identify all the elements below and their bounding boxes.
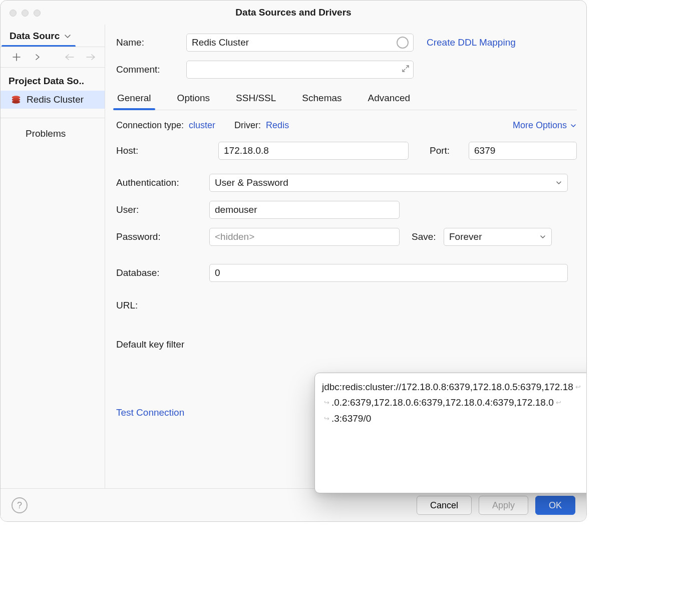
default-key-filter-row: Default key filter	[116, 339, 577, 350]
sidebar-item-label: Redis Cluster	[27, 94, 84, 105]
sidebar-tab-label: Data Sourc	[10, 31, 60, 42]
sidebar-tab-data-sources[interactable]: Data Sourc	[2, 26, 76, 47]
chevron-down-icon	[64, 32, 72, 40]
more-options-label: More Options	[513, 120, 567, 131]
host-port-row: Host: Port:	[116, 142, 577, 160]
save-select[interactable]: Forever	[444, 228, 552, 246]
soft-wrap-icon: ↪	[324, 413, 329, 424]
authentication-label: Authentication:	[116, 177, 209, 188]
tab-options[interactable]: Options	[176, 93, 211, 110]
database-label: Database:	[116, 267, 209, 278]
connection-type-value[interactable]: cluster	[189, 120, 215, 131]
main-content: Data Sourc Project Data So	[1, 25, 586, 489]
name-row: Name: Create DDL Mapping	[116, 34, 577, 52]
tab-schemas[interactable]: Schemas	[301, 93, 342, 110]
sidebar: Data Sourc Project Data So	[1, 25, 105, 488]
host-input[interactable]	[218, 142, 409, 160]
driver-value[interactable]: Redis	[266, 120, 289, 131]
titlebar: Data Sources and Drivers	[1, 1, 586, 25]
window-title: Data Sources and Drivers	[235, 7, 351, 18]
driver-label: Driver:	[234, 120, 261, 131]
more-options-link[interactable]: More Options	[513, 120, 577, 131]
url-popup[interactable]: jdbc:redis:cluster://172.18.0.8:6379,172…	[314, 373, 587, 493]
comment-row: Comment:	[116, 61, 577, 79]
database-input[interactable]	[209, 264, 568, 282]
sidebar-tabs: Data Sourc	[1, 25, 105, 47]
chevron-down-icon	[555, 179, 562, 186]
authentication-select[interactable]: User & Password	[209, 174, 568, 192]
svg-point-2	[12, 100, 21, 103]
name-label: Name:	[116, 37, 186, 48]
sidebar-item-problems[interactable]: Problems	[1, 118, 105, 143]
forward-chevron-icon[interactable]	[33, 52, 43, 62]
sidebar-section-label: Project Data So..	[1, 68, 105, 91]
authentication-value: User & Password	[215, 177, 288, 188]
soft-wrap-icon: ↩	[575, 382, 581, 392]
test-connection-link[interactable]: Test Connection	[116, 407, 184, 418]
connection-type-label: Connection type:	[116, 120, 184, 131]
connection-meta-row: Connection type: cluster Driver: Redis M…	[116, 120, 577, 131]
user-label: User:	[116, 204, 209, 215]
save-value: Forever	[449, 231, 482, 242]
dialog-footer: ? Cancel Apply OK	[1, 489, 586, 522]
window-controls	[10, 10, 41, 17]
color-picker-button[interactable]	[397, 37, 409, 49]
tab-advanced[interactable]: Advanced	[367, 93, 412, 110]
name-input[interactable]	[186, 34, 414, 52]
url-text-line2: .0.2:6379,172.18.0.6:6379,172.18.0.4:637…	[331, 395, 554, 410]
expand-icon[interactable]	[402, 64, 410, 75]
tabs-bar: General Options SSH/SSL Schemas Advanced	[116, 93, 577, 110]
default-key-filter-label: Default key filter	[116, 339, 209, 350]
sidebar-toolbar	[1, 47, 105, 68]
tab-general[interactable]: General	[116, 93, 152, 110]
url-label: URL:	[116, 300, 209, 311]
soft-wrap-icon: ↪	[324, 397, 329, 408]
user-input[interactable]	[209, 201, 400, 219]
url-text-line3: .3:6379/0	[331, 411, 371, 426]
url-text-line1: jdbc:redis:cluster://172.18.0.8:6379,172…	[322, 379, 573, 395]
authentication-row: Authentication: User & Password	[116, 174, 577, 192]
comment-label: Comment:	[116, 64, 186, 75]
close-window-button[interactable]	[10, 10, 17, 17]
comment-input[interactable]	[186, 61, 414, 79]
password-label: Password:	[116, 231, 209, 242]
ok-button[interactable]: OK	[535, 496, 575, 515]
password-row: Password: Save: Forever	[116, 228, 577, 246]
apply-button[interactable]: Apply	[479, 496, 528, 515]
redis-icon	[11, 94, 22, 105]
url-row: URL:	[116, 300, 577, 311]
maximize-window-button[interactable]	[34, 10, 41, 17]
create-ddl-mapping-link[interactable]: Create DDL Mapping	[427, 37, 516, 48]
soft-wrap-icon: ↩	[556, 397, 561, 408]
content-panel: Name: Create DDL Mapping Comment: Genera…	[105, 25, 587, 488]
save-label: Save:	[412, 231, 444, 242]
minimize-window-button[interactable]	[22, 10, 29, 17]
user-row: User:	[116, 201, 577, 219]
database-row: Database:	[116, 264, 577, 282]
help-button[interactable]: ?	[12, 497, 28, 513]
port-label: Port:	[430, 145, 460, 156]
nav-forward-button[interactable]	[86, 52, 96, 62]
tab-ssh-ssl[interactable]: SSH/SSL	[235, 93, 277, 110]
password-input[interactable]	[209, 228, 400, 246]
problems-label: Problems	[26, 128, 66, 139]
nav-back-button[interactable]	[65, 52, 75, 62]
cancel-button[interactable]: Cancel	[417, 496, 472, 515]
dialog-window: Data Sources and Drivers Data Sourc	[0, 0, 587, 522]
port-input[interactable]	[469, 142, 577, 160]
sidebar-item-redis-cluster[interactable]: Redis Cluster	[1, 91, 105, 109]
chevron-down-icon	[570, 122, 577, 129]
chevron-down-icon	[539, 233, 546, 240]
add-button[interactable]	[12, 52, 22, 62]
host-label: Host:	[116, 145, 209, 156]
